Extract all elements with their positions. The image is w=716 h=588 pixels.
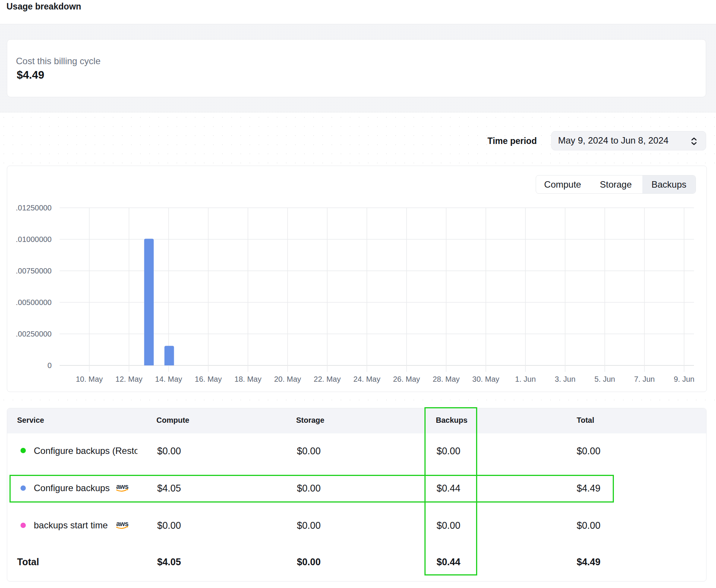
svg-text:18. May: 18. May	[235, 375, 262, 383]
svg-text:1. Jun: 1. Jun	[515, 375, 536, 383]
svg-text:7. Jun: 7. Jun	[634, 375, 654, 383]
svg-text:9. Jun: 9. Jun	[674, 375, 694, 383]
svg-text:3. Jun: 3. Jun	[555, 375, 575, 383]
svg-text:.01000000: .01000000	[16, 235, 52, 243]
svg-text:.00750000: .00750000	[16, 267, 52, 275]
svg-text:10. May: 10. May	[76, 375, 103, 383]
svg-text:.00500000: .00500000	[16, 298, 52, 307]
svg-text:aws: aws	[116, 521, 129, 528]
svg-text:5. Jun: 5. Jun	[595, 375, 615, 383]
svg-text:14. May: 14. May	[155, 375, 182, 383]
svg-text:12. May: 12. May	[115, 375, 142, 383]
svg-text:0: 0	[47, 361, 52, 370]
svg-text:16. May: 16. May	[195, 375, 222, 383]
svg-text:20. May: 20. May	[274, 375, 301, 383]
svg-text:24. May: 24. May	[353, 375, 380, 383]
svg-text:28. May: 28. May	[433, 375, 460, 383]
svg-text:30. May: 30. May	[472, 375, 499, 383]
svg-text:26. May: 26. May	[393, 375, 420, 383]
svg-text:.01250000: .01250000	[16, 204, 52, 212]
svg-text:22. May: 22. May	[314, 375, 341, 383]
svg-text:.00250000: .00250000	[16, 330, 52, 338]
